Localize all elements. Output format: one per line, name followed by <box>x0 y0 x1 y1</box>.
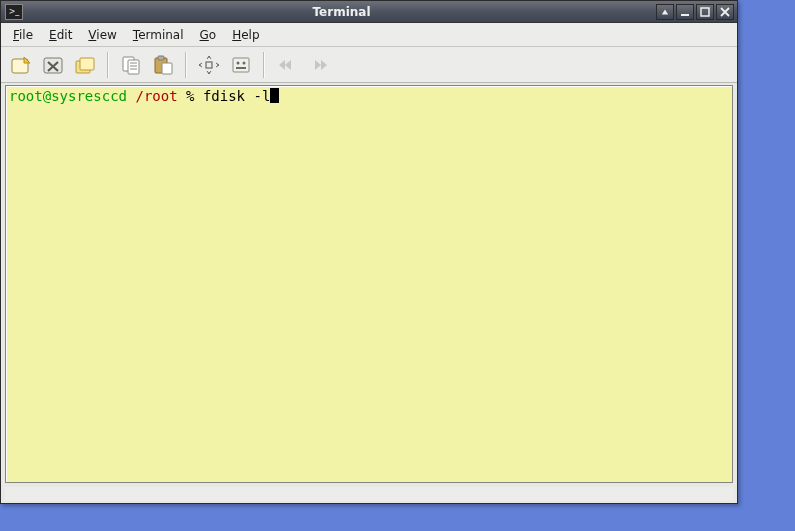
window-system-icon[interactable]: >_ <box>5 4 23 20</box>
svg-rect-0 <box>681 14 689 16</box>
toolbar-separator <box>107 52 109 78</box>
new-tab-icon[interactable] <box>6 51 36 79</box>
minimize-button[interactable] <box>676 4 694 20</box>
titlebar[interactable]: >_ Terminal <box>1 1 737 23</box>
command-text: fdisk -l <box>203 88 270 104</box>
svg-marker-3 <box>24 57 30 63</box>
maximize-button[interactable] <box>696 4 714 20</box>
menu-edit[interactable]: Edit <box>43 26 78 44</box>
menubar: File Edit View Terminal Go Help <box>1 23 737 47</box>
window-title: Terminal <box>27 5 656 19</box>
next-tab-icon <box>304 51 334 79</box>
copy-icon[interactable] <box>116 51 146 79</box>
close-tab-icon[interactable] <box>38 51 68 79</box>
window-controls <box>656 4 734 20</box>
prompt-symbol: % <box>178 88 203 104</box>
prev-tab-icon <box>272 51 302 79</box>
shade-button[interactable] <box>656 4 674 20</box>
preferences-icon[interactable] <box>226 51 256 79</box>
fullscreen-icon[interactable] <box>194 51 224 79</box>
menu-terminal[interactable]: Terminal <box>127 26 190 44</box>
terminal-window: >_ Terminal File Edit View Terminal Go H… <box>0 0 738 504</box>
svg-point-17 <box>237 61 240 64</box>
svg-rect-6 <box>80 58 94 70</box>
menu-view[interactable]: View <box>82 26 122 44</box>
menu-file[interactable]: File <box>7 26 39 44</box>
svg-rect-14 <box>162 63 172 74</box>
terminal-view[interactable]: root@sysresccd /root % fdisk -l <box>5 85 733 483</box>
paste-icon[interactable] <box>148 51 178 79</box>
prompt-user: root@sysresccd <box>9 88 127 104</box>
close-button[interactable] <box>716 4 734 20</box>
toolbar-separator <box>263 52 265 78</box>
text-cursor <box>270 88 279 103</box>
svg-point-18 <box>243 61 246 64</box>
new-window-icon[interactable] <box>70 51 100 79</box>
svg-rect-16 <box>233 58 249 72</box>
prompt-path: /root <box>135 88 177 104</box>
menu-go[interactable]: Go <box>194 26 223 44</box>
svg-rect-1 <box>701 8 709 16</box>
svg-rect-13 <box>158 56 164 60</box>
toolbar <box>1 47 737 83</box>
menu-help[interactable]: Help <box>226 26 265 44</box>
svg-rect-15 <box>206 62 212 68</box>
toolbar-separator <box>185 52 187 78</box>
statusbar <box>5 487 733 501</box>
svg-rect-8 <box>128 60 139 74</box>
svg-rect-19 <box>236 67 246 69</box>
